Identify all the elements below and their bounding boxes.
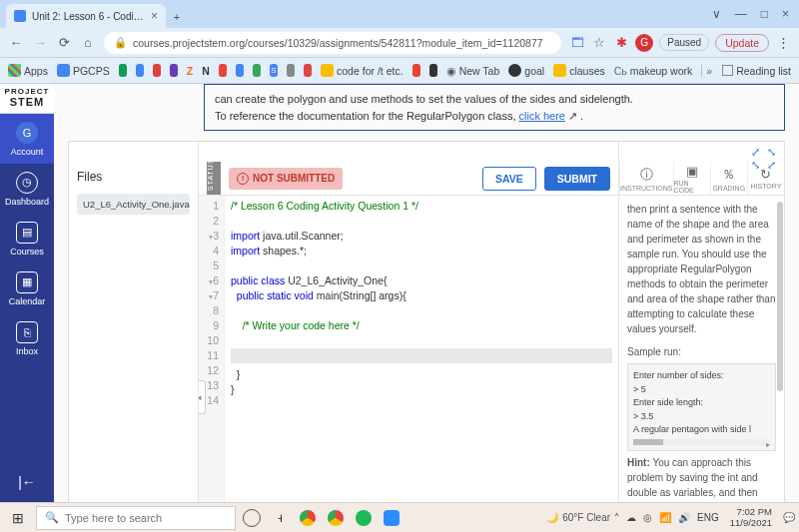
window-minimize-icon[interactable]: ∨ bbox=[712, 7, 721, 21]
calendar-icon: ▦ bbox=[16, 271, 38, 293]
browser-tab[interactable]: Unit 2: Lesson 6 - Coding Activity × bbox=[6, 4, 166, 28]
menu-icon[interactable]: ⋮ bbox=[775, 35, 791, 50]
sidebar-item-calendar[interactable]: ▦ Calendar bbox=[0, 264, 54, 313]
bookmark-n[interactable]: N bbox=[202, 65, 210, 77]
sidebar-collapse[interactable]: |← bbox=[0, 462, 54, 502]
update-button[interactable]: Update bbox=[715, 34, 769, 52]
chrome-app-icon[interactable] bbox=[296, 506, 320, 530]
new-tab-bookmark[interactable]: ◉New Tab bbox=[446, 65, 500, 77]
bookmark-icon[interactable] bbox=[429, 64, 437, 77]
window-minimize-icon[interactable]: — bbox=[735, 7, 747, 21]
sidebar-item-dashboard[interactable]: ◷ Dashboard bbox=[0, 164, 54, 214]
bookmarks-bar: Apps PGCPS Z N S code for /t etc. ◉New T… bbox=[0, 58, 799, 84]
line-gutter: 1 2 ▾3 4 5 ▾6 ▾7 8 9 10 11 12 13 14 bbox=[199, 196, 225, 532]
bookmark-icon[interactable] bbox=[253, 64, 261, 77]
code-for-bookmark[interactable]: code for /t etc. bbox=[321, 64, 403, 77]
sidebar-item-account[interactable]: G Account bbox=[0, 114, 54, 164]
wifi-icon[interactable]: 📶 bbox=[659, 512, 671, 523]
clauses-bookmark[interactable]: clauses bbox=[553, 64, 605, 77]
avatar-icon: G bbox=[16, 122, 38, 144]
makeup-bookmark[interactable]: Cьmakeup work bbox=[614, 65, 693, 77]
new-tab-button[interactable]: + bbox=[166, 6, 188, 28]
tab-grading[interactable]: ％GRADING bbox=[710, 162, 747, 195]
translate-icon[interactable]: 🗔 bbox=[569, 35, 585, 50]
not-submitted-badge: ! NOT SUBMITTED bbox=[229, 168, 343, 190]
bookmark-s[interactable]: S bbox=[270, 64, 278, 77]
h-scrollbar-thumb[interactable] bbox=[633, 439, 663, 445]
forward-icon[interactable]: → bbox=[32, 35, 48, 50]
lock-icon: 🔒 bbox=[114, 36, 127, 49]
goal-bookmark[interactable]: goal bbox=[508, 64, 544, 77]
right-pane: ⓘINSTRUCTIONS ▣RUN CODE ％GRADING ↻HISTOR… bbox=[619, 142, 784, 532]
code-content[interactable]: /* Lesson 6 Coding Activity Question 1 *… bbox=[225, 196, 618, 532]
language-indicator[interactable]: ENG bbox=[697, 512, 719, 523]
back-icon[interactable]: ← bbox=[8, 35, 24, 50]
spotify-icon[interactable] bbox=[352, 506, 376, 530]
instruction-text: then print a sentence with the name of t… bbox=[627, 202, 776, 336]
taskbar-search[interactable]: 🔍 Type here to search bbox=[36, 506, 236, 530]
reload-icon[interactable]: ⟳ bbox=[56, 35, 72, 50]
save-button[interactable]: SAVE bbox=[482, 167, 536, 191]
pgcps-bookmark[interactable]: PGCPS bbox=[57, 64, 110, 77]
search-placeholder: Type here to search bbox=[65, 512, 162, 524]
bookmark-icon[interactable] bbox=[287, 64, 295, 77]
clock[interactable]: 7:02 PM 11/9/2021 bbox=[726, 507, 776, 528]
start-button[interactable]: ⊞ bbox=[4, 504, 32, 532]
reading-list-button[interactable]: Reading list bbox=[722, 65, 791, 77]
files-pane: Files U2_L6_Activity_One.java bbox=[69, 142, 199, 532]
profile-paused-chip[interactable]: Paused bbox=[659, 34, 709, 51]
bookmark-icon[interactable] bbox=[236, 64, 244, 77]
tray-up-icon[interactable]: ˄ bbox=[614, 512, 619, 523]
location-icon[interactable]: ◎ bbox=[643, 512, 652, 523]
task-view-icon[interactable]: ⫞ bbox=[268, 506, 292, 530]
bookmark-icon[interactable]: ☆ bbox=[591, 35, 607, 50]
tab-favicon bbox=[14, 10, 26, 22]
bookmark-icon[interactable] bbox=[119, 64, 127, 77]
notifications-icon[interactable]: 💬 bbox=[783, 512, 795, 523]
volume-icon[interactable]: 🔊 bbox=[678, 512, 690, 523]
expand-icon[interactable]: ⤢ ⤡⤡ ⤢ bbox=[751, 146, 778, 172]
window-close-icon[interactable]: × bbox=[782, 7, 789, 21]
stem-logo[interactable]: PROJECT STEM bbox=[0, 84, 54, 114]
sidebar-label: Account bbox=[11, 147, 44, 157]
code-editor[interactable]: ◂ 1 2 ▾3 4 5 ▾6 ▾7 8 9 10 11 12 1 bbox=[199, 196, 618, 532]
sidebar-label: Courses bbox=[10, 247, 44, 257]
zoom-icon[interactable] bbox=[380, 506, 403, 530]
bookmark-icon[interactable] bbox=[153, 64, 161, 77]
sidebar-item-inbox[interactable]: ⎘ Inbox bbox=[0, 313, 54, 363]
tab-close-icon[interactable]: × bbox=[151, 9, 158, 23]
file-item[interactable]: U2_L6_Activity_One.java bbox=[77, 194, 190, 215]
bookmark-icon[interactable] bbox=[304, 64, 312, 77]
apps-bookmark[interactable]: Apps bbox=[8, 64, 48, 77]
sidebar-item-courses[interactable]: ▤ Courses bbox=[0, 214, 54, 264]
profile-avatar[interactable]: G bbox=[635, 34, 653, 52]
home-icon[interactable]: ⌂ bbox=[80, 35, 96, 50]
ide-workspace: ⤢ ⤡⤡ ⤢ Files U2_L6_Activity_One.java STA… bbox=[68, 141, 785, 532]
onedrive-icon[interactable]: ☁ bbox=[626, 512, 636, 523]
sidebar-label: Calendar bbox=[9, 296, 46, 306]
click-here-link[interactable]: click here bbox=[519, 110, 565, 122]
window-maximize-icon[interactable]: □ bbox=[761, 7, 768, 21]
bookmark-icon[interactable] bbox=[136, 64, 144, 77]
canvas-sidebar: PROJECT STEM G Account ◷ Dashboard ▤ Cou… bbox=[0, 84, 54, 502]
chrome-app-icon[interactable] bbox=[324, 506, 348, 530]
weather-widget[interactable]: 🌙 60°F Clear bbox=[546, 512, 610, 523]
sample-run-label: Sample run: bbox=[627, 344, 776, 359]
bookmark-icon[interactable] bbox=[412, 64, 420, 77]
cortana-icon[interactable] bbox=[240, 506, 264, 530]
dashboard-icon: ◷ bbox=[16, 172, 38, 194]
sidebar-label: Inbox bbox=[16, 346, 38, 356]
tab-run-code[interactable]: ▣RUN CODE bbox=[673, 162, 710, 195]
scrollbar-thumb[interactable] bbox=[777, 202, 783, 391]
sidebar-label: Dashboard bbox=[5, 197, 49, 207]
bookmark-icon[interactable] bbox=[170, 64, 178, 77]
instructions-body[interactable]: then print a sentence with the name of t… bbox=[619, 196, 784, 532]
bookmarks-overflow[interactable]: » bbox=[701, 65, 716, 77]
submit-button[interactable]: SUBMIT bbox=[544, 167, 610, 191]
extension-icon[interactable]: ✱ bbox=[613, 35, 629, 50]
collapse-handle[interactable]: ◂ bbox=[199, 380, 206, 414]
bookmark-z[interactable]: Z bbox=[187, 65, 193, 77]
bookmark-icon[interactable] bbox=[219, 64, 227, 77]
url-input[interactable]: 🔒 courses.projectstem.org/courses/10329/… bbox=[104, 32, 561, 54]
tab-instructions[interactable]: ⓘINSTRUCTIONS bbox=[619, 162, 673, 195]
